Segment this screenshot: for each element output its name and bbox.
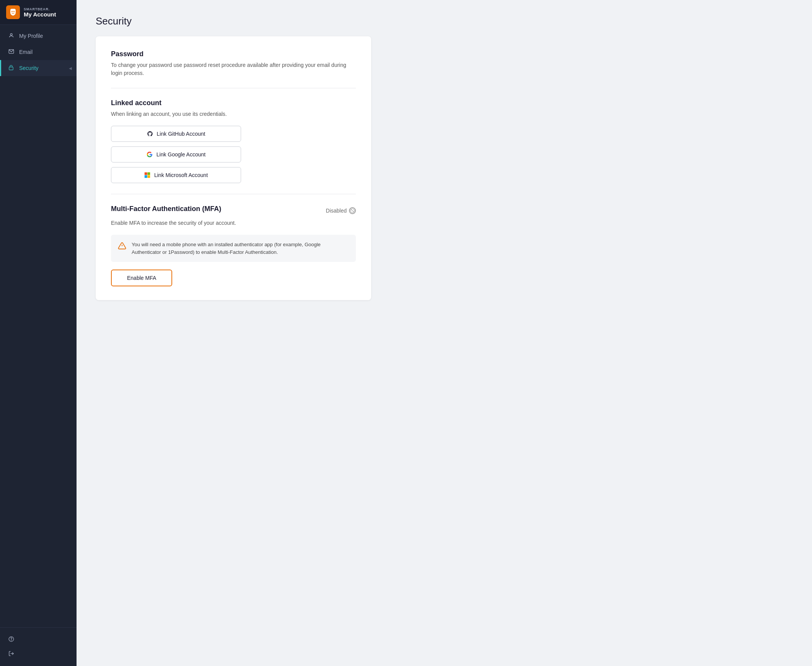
- mfa-desc: Enable MFA to increase the security of y…: [111, 219, 356, 227]
- link-google-button[interactable]: Link Google Account: [111, 147, 241, 163]
- sidebar-item-security-label: Security: [19, 65, 39, 71]
- mfa-info-box: You will need a mobile phone with an ins…: [111, 235, 356, 262]
- mfa-header: Multi-Factor Authentication (MFA) Disabl…: [111, 205, 356, 216]
- svg-point-1: [13, 11, 15, 12]
- sidebar: SMARTBEAR. My Account My Profile Email: [0, 0, 76, 666]
- sidebar-item-logout[interactable]: [0, 647, 76, 661]
- brand-name: SMARTBEAR.: [24, 7, 56, 11]
- mfa-status: Disabled: [326, 207, 356, 214]
- sidebar-header: SMARTBEAR. My Account: [0, 0, 76, 25]
- mfa-section: Multi-Factor Authentication (MFA) Disabl…: [111, 205, 356, 286]
- svg-point-0: [12, 11, 13, 12]
- divider-2: [111, 194, 356, 194]
- logout-icon: [8, 651, 15, 658]
- page-title: Security: [96, 15, 793, 27]
- sidebar-item-email[interactable]: Email: [0, 44, 76, 60]
- sidebar-item-security[interactable]: Security ◀: [0, 60, 76, 76]
- link-github-button[interactable]: Link GitHub Account: [111, 126, 241, 142]
- main-content: Security Password To change your passwor…: [76, 0, 812, 666]
- svg-line-13: [351, 209, 354, 212]
- help-icon: [8, 636, 15, 643]
- svg-rect-9: [147, 172, 150, 175]
- svg-rect-4: [9, 67, 13, 70]
- svg-point-6: [11, 640, 12, 640]
- divider-1: [111, 88, 356, 88]
- sidebar-item-my-profile[interactable]: My Profile: [0, 28, 76, 44]
- lock-icon: [8, 64, 15, 71]
- brand-logo: [6, 5, 20, 19]
- linked-account-title: Linked account: [111, 99, 356, 107]
- link-microsoft-button[interactable]: Link Microsoft Account: [111, 167, 241, 183]
- github-icon: [147, 131, 153, 137]
- google-icon: [147, 152, 153, 158]
- password-title: Password: [111, 50, 356, 58]
- link-github-label: Link GitHub Account: [157, 131, 205, 137]
- svg-rect-10: [145, 175, 147, 178]
- warning-icon: [118, 242, 126, 252]
- link-microsoft-label: Link Microsoft Account: [154, 172, 208, 178]
- svg-rect-8: [145, 172, 147, 175]
- sidebar-item-help[interactable]: [0, 632, 76, 647]
- email-icon: [8, 49, 15, 56]
- security-card: Password To change your password use pas…: [96, 36, 371, 300]
- sidebar-item-my-profile-label: My Profile: [19, 33, 43, 39]
- sidebar-bottom: [0, 627, 76, 666]
- sidebar-nav: My Profile Email Security ◀: [0, 25, 76, 627]
- password-desc: To change your password use password res…: [111, 61, 356, 77]
- link-buttons-container: Link GitHub Account Link Google Account: [111, 126, 241, 183]
- svg-point-2: [10, 34, 12, 36]
- enable-mfa-button[interactable]: Enable MFA: [111, 270, 172, 286]
- profile-icon: [8, 33, 15, 40]
- mfa-status-label: Disabled: [326, 208, 347, 214]
- mfa-info-text: You will need a mobile phone with an ins…: [132, 241, 349, 256]
- svg-rect-11: [147, 175, 150, 178]
- linked-account-section: Linked account When linking an account, …: [111, 99, 356, 183]
- sidebar-item-email-label: Email: [19, 49, 33, 55]
- link-google-label: Link Google Account: [157, 152, 205, 158]
- app-title-block: SMARTBEAR. My Account: [24, 7, 56, 18]
- app-name: My Account: [24, 11, 56, 18]
- mfa-title: Multi-Factor Authentication (MFA): [111, 205, 221, 213]
- password-section: Password To change your password use pas…: [111, 50, 356, 77]
- linked-account-desc: When linking an account, you use its cre…: [111, 110, 356, 118]
- microsoft-icon: [144, 172, 150, 178]
- chevron-right-icon: ◀: [69, 66, 72, 70]
- disabled-icon: [349, 207, 356, 214]
